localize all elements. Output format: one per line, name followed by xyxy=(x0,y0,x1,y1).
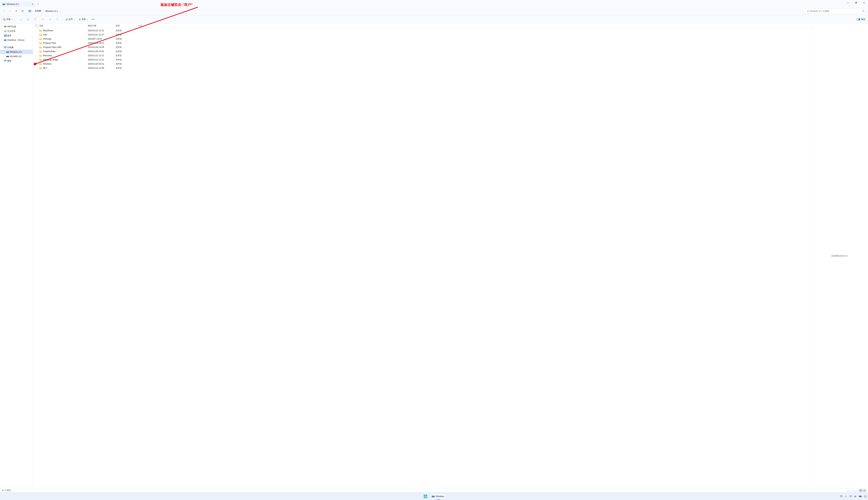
nav-drive-d[interactable]: › HUAWEI (D:) xyxy=(0,54,33,59)
nav-row: › 此电脑 › Windows (C:) › xyxy=(0,7,868,15)
view-button[interactable]: 查看 ▾ xyxy=(77,17,89,22)
file-row[interactable]: Program Files2023/11/19 18:21文件夹 xyxy=(33,41,812,45)
preview-label: 预览 xyxy=(861,18,865,21)
file-row[interactable]: Intel2023/11/12 12:27文件夹 xyxy=(33,33,812,37)
volume-icon[interactable] xyxy=(854,495,857,498)
chevron-down-icon[interactable]: ⌄ xyxy=(1,46,3,48)
window-controls xyxy=(844,0,868,5)
delete-button[interactable] xyxy=(54,17,60,22)
taskbar: Windows 英 xyxy=(0,492,868,500)
search-input[interactable] xyxy=(807,10,862,12)
windows-logo-icon xyxy=(424,495,427,498)
file-type: 文件夹 xyxy=(116,54,138,57)
forward-button[interactable] xyxy=(7,8,13,14)
battery-icon[interactable] xyxy=(859,495,862,498)
refresh-button[interactable] xyxy=(20,8,25,14)
nav-wps-cloud[interactable]: › WPS云盘 xyxy=(0,24,33,29)
sort-label: 排序 xyxy=(69,18,73,21)
breadcrumb-drive-c[interactable]: Windows (C:) xyxy=(44,9,59,13)
taskbar-explorer[interactable]: Windows xyxy=(431,493,446,499)
svg-rect-47 xyxy=(4,60,5,61)
file-type: 文件夹 xyxy=(116,46,138,49)
svg-point-12 xyxy=(863,10,864,12)
chevron-right-icon[interactable]: › xyxy=(1,26,3,27)
column-size[interactable]: 大小 xyxy=(138,24,152,27)
start-button[interactable] xyxy=(422,493,429,499)
file-row[interactable]: PerfLogs2022/5/7 13:24文件夹 xyxy=(33,37,812,41)
rename-button[interactable] xyxy=(39,17,46,22)
nav-this-pc[interactable]: ⌄ 此电脑 xyxy=(0,45,33,50)
back-button[interactable] xyxy=(1,8,7,14)
ime-indicator[interactable]: 英 xyxy=(840,495,842,498)
cut-button[interactable] xyxy=(18,17,24,22)
address-bar[interactable]: › 此电脑 › Windows (C:) › xyxy=(27,8,803,14)
breadcrumb-this-pc[interactable]: 此电脑 xyxy=(34,9,42,13)
svg-rect-67 xyxy=(861,496,862,497)
file-row[interactable]: $SysReset2023/11/12 12:21文件夹 xyxy=(33,29,812,33)
svg-point-64 xyxy=(850,497,851,497)
svg-rect-36 xyxy=(859,19,860,20)
minimize-button[interactable] xyxy=(844,0,852,5)
svg-point-28 xyxy=(50,19,51,19)
drive-icon xyxy=(432,495,435,498)
chevron-right-icon[interactable]: › xyxy=(1,39,3,41)
new-tab-button[interactable]: ＋ xyxy=(35,1,41,7)
select-all-checkbox[interactable] xyxy=(35,25,39,27)
svg-point-18 xyxy=(21,20,22,21)
chevron-right-icon[interactable]: › xyxy=(3,51,5,53)
file-type: 文件夹 xyxy=(116,37,138,41)
tab-close-button[interactable]: ✕ xyxy=(31,3,34,5)
folder-icon xyxy=(39,34,42,36)
file-row[interactable]: Shipping_Image2023/11/12 12:21文件夹 xyxy=(33,58,812,62)
nav-gallery[interactable]: 图库 xyxy=(0,33,33,38)
minimize-icon xyxy=(847,2,849,4)
file-row[interactable]: 用户2023/11/12 12:55文件夹 xyxy=(33,66,812,70)
file-row[interactable]: Program Files (x86)2023/11/30 13:05文件夹 xyxy=(33,45,812,49)
more-button[interactable]: ••• xyxy=(90,17,96,22)
maximize-button[interactable] xyxy=(852,0,860,5)
tray-chevron-icon[interactable] xyxy=(844,495,847,498)
explorer-body: › WPS云盘 主文件夹 图库 › OneDrive - Person ⌄ 此电… xyxy=(0,24,868,488)
content-area: 名称 修改日期 类型 大小 $SysReset2023/11/12 12:21文… xyxy=(33,24,868,488)
cloud-icon xyxy=(4,25,7,28)
close-button[interactable] xyxy=(860,0,868,5)
status-bar: 10 个项目 xyxy=(0,488,868,492)
new-button-label: 新建 xyxy=(7,18,11,21)
nav-onedrive[interactable]: › OneDrive - Person xyxy=(0,38,33,42)
item-count: 10 个项目 xyxy=(2,489,11,492)
clipboard-icon xyxy=(34,18,37,21)
file-type: 文件夹 xyxy=(116,62,138,66)
separator xyxy=(16,18,16,21)
notifications-icon[interactable] xyxy=(864,495,867,498)
sort-button[interactable]: 排序 ▾ xyxy=(64,17,76,22)
wifi-icon[interactable] xyxy=(849,495,852,498)
copy-button[interactable] xyxy=(25,17,31,22)
chevron-right-icon[interactable]: › xyxy=(3,56,5,57)
column-date[interactable]: 修改日期 xyxy=(88,24,116,27)
share-button[interactable] xyxy=(47,17,53,22)
up-button[interactable] xyxy=(13,8,19,14)
nav-network[interactable]: › 网络 xyxy=(0,59,33,63)
chevron-down-icon: ▾ xyxy=(87,19,88,20)
nav-label: 图库 xyxy=(7,34,11,37)
nav-home[interactable]: 主文件夹 xyxy=(0,29,33,33)
preview-toggle[interactable]: 预览 xyxy=(855,18,867,21)
tab-windows-c[interactable]: Windows (C:) ✕ xyxy=(1,1,35,7)
arrow-left-icon xyxy=(3,10,5,12)
view-label: 查看 xyxy=(82,18,86,21)
column-name[interactable]: 名称 xyxy=(39,24,88,27)
new-button[interactable]: 新建 ▾ xyxy=(1,17,14,22)
paste-button[interactable] xyxy=(32,17,38,22)
file-row[interactable]: ProgramData2023/11/30 13:02文件夹 xyxy=(33,49,812,54)
file-row[interactable]: Windows2023/11/19 18:21文件夹 xyxy=(33,62,812,66)
trash-icon xyxy=(56,18,59,21)
nav-drive-c[interactable]: › Windows (C:) xyxy=(0,50,33,54)
preview-placeholder: 选择要预览的文件。 xyxy=(831,254,850,258)
chevron-right-icon[interactable]: › xyxy=(1,60,3,62)
close-icon xyxy=(863,2,865,4)
file-row[interactable]: Recovery2023/11/12 12:21文件夹 xyxy=(33,54,812,58)
drive-icon xyxy=(6,55,9,58)
file-date: 2023/11/30 13:02 xyxy=(88,50,116,53)
search-box[interactable] xyxy=(806,8,866,14)
column-type[interactable]: 类型 xyxy=(116,24,138,27)
